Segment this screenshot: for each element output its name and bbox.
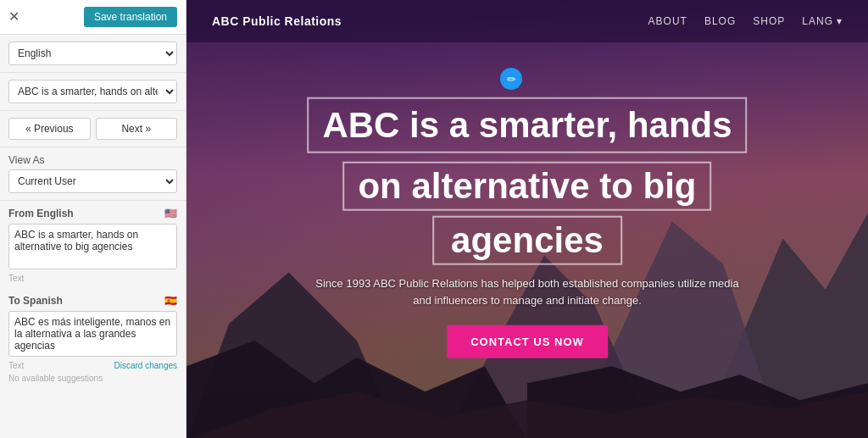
- nav-link-shop[interactable]: SHOP: [753, 15, 785, 27]
- lang-label: LANG: [802, 15, 833, 27]
- main-area: ABC Public Relations ABOUT BLOG SHOP LAN…: [186, 0, 868, 438]
- lang-arrow: ▾: [837, 15, 843, 27]
- edit-icon[interactable]: ✏: [500, 68, 522, 90]
- from-section: From English 🇺🇸 Text: [0, 201, 186, 295]
- from-lang-label: From English: [8, 208, 74, 219]
- translation-panel: ✕ Save translation English ABC is a smar…: [0, 0, 186, 438]
- suggestions-label: No available suggestions: [8, 374, 177, 383]
- cta-button[interactable]: CONTACT US NOW: [447, 325, 608, 358]
- close-button[interactable]: ✕: [8, 10, 19, 24]
- from-lang-header: From English 🇺🇸: [8, 208, 177, 219]
- navigation-buttons: « Previous Next »: [0, 111, 186, 147]
- hero-heading-box-line3: agencies: [432, 216, 622, 265]
- to-flag: 🇪🇸: [164, 295, 177, 307]
- save-translation-button[interactable]: Save translation: [84, 7, 177, 27]
- nav-lang-dropdown[interactable]: LANG ▾: [802, 15, 843, 27]
- nav-link-blog[interactable]: BLOG: [704, 15, 736, 27]
- hero-heading-line1: ABC is a smarter, hands: [322, 105, 732, 144]
- string-section: ABC is a smarter, hands on alternative t…: [0, 73, 186, 111]
- previous-button[interactable]: « Previous: [8, 118, 91, 140]
- from-flag: 🇺🇸: [164, 208, 177, 219]
- hero-heading-line2: on alternative to big: [358, 166, 696, 205]
- nav-logo: ABC Public Relations: [212, 14, 342, 28]
- top-navigation: ABC Public Relations ABOUT BLOG SHOP LAN…: [186, 0, 868, 42]
- hero-heading-box-line2: on alternative to big: [342, 161, 711, 210]
- hero-heading-line3: agencies: [451, 221, 604, 260]
- discard-changes-link[interactable]: Discard changes: [114, 361, 177, 370]
- string-select[interactable]: ABC is a smarter, hands on alternative t…: [8, 80, 177, 103]
- to-lang-label: To Spanish: [8, 295, 63, 307]
- hero-content: ABC is a smarter, hands on alternative t…: [220, 97, 834, 358]
- view-as-label: View As: [8, 154, 177, 166]
- nav-links: ABOUT BLOG SHOP LANG ▾: [648, 15, 843, 27]
- language-section: English: [0, 35, 186, 73]
- to-field-type: Text: [8, 361, 24, 370]
- panel-header: ✕ Save translation: [0, 0, 186, 35]
- from-field-type: Text: [8, 274, 177, 283]
- to-lang-header: To Spanish 🇪🇸: [8, 295, 177, 307]
- to-text-area[interactable]: [8, 311, 177, 357]
- language-select[interactable]: English: [8, 42, 177, 65]
- next-button[interactable]: Next »: [96, 118, 178, 140]
- from-text-area[interactable]: [8, 224, 177, 269]
- hero-heading-box-line1: ABC is a smarter, hands: [307, 97, 747, 152]
- view-as-select[interactable]: Current User Admin Guest: [8, 169, 177, 193]
- nav-link-about[interactable]: ABOUT: [648, 15, 687, 27]
- to-section: To Spanish 🇪🇸 Text Discard changes No av…: [0, 295, 186, 390]
- view-as-section: View As Current User Admin Guest: [0, 147, 186, 201]
- hero-subtext: Since 1993 ABC Public Relations has help…: [220, 275, 834, 308]
